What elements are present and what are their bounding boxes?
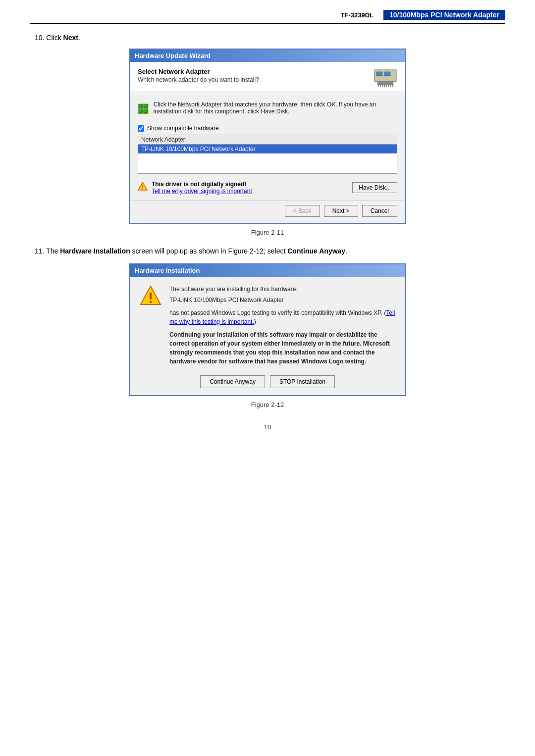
wizard1-info-box: Click the Network Adapter that matches y… — [138, 97, 397, 121]
warning-triangle-icon: ! — [138, 181, 148, 191]
back-button[interactable]: < Back — [285, 205, 320, 217]
show-compatible-label: Show compatible hardware — [147, 125, 219, 132]
stop-installation-button[interactable]: STOP Installation — [270, 375, 335, 388]
svg-rect-18 — [145, 105, 146, 107]
product-label: 10/100Mbps PCI Network Adapter — [383, 10, 505, 20]
wizard1-section-subtitle: Which network adapter do you want to ins… — [138, 76, 259, 83]
svg-rect-19 — [139, 110, 141, 112]
network-adapter-list[interactable]: Network Adapter: TP-LINK 10/100Mbps PCI … — [138, 135, 397, 174]
hw-install-warning-icon — [140, 285, 161, 308]
have-disk-button[interactable]: Have Disk... — [352, 182, 397, 193]
driver-signing-link[interactable]: Tell me why driver signing is important — [152, 188, 252, 195]
figure11-caption: Figure 2-11 — [30, 229, 505, 236]
svg-rect-24 — [150, 293, 152, 300]
list-empty-space — [138, 153, 397, 173]
svg-rect-25 — [150, 301, 152, 303]
wizard2-bold-warning: Continuing your installation of this sof… — [169, 330, 395, 366]
svg-text:!: ! — [142, 184, 144, 190]
svg-rect-17 — [139, 105, 141, 107]
svg-rect-2 — [384, 72, 390, 76]
driver-warning-row: ! This driver is not digitally signed! T… — [138, 178, 397, 196]
show-compatible-row: Show compatible hardware — [138, 125, 397, 132]
wizard1-body: Select Network Adapter Which network ada… — [130, 62, 405, 223]
page-number: 10 — [30, 423, 505, 431]
hardware-update-wizard-dialog: Hardware Update Wizard Select Network Ad… — [129, 49, 406, 224]
driver-warning-left: ! This driver is not digitally signed! T… — [138, 181, 252, 195]
step11-text: 11. The Hardware Installation screen wil… — [35, 246, 505, 256]
model-label: TF-3239DL — [341, 11, 374, 19]
wizard2-body: The software you are installing for this… — [130, 277, 405, 371]
list-selected-item[interactable]: TP-LINK 10/100Mbps PCI Network Adapter — [138, 145, 397, 153]
wizard2-line2: has not passed Windows Logo testing to v… — [169, 308, 395, 326]
continue-anyway-button[interactable]: Continue Anyway — [200, 375, 265, 388]
wizard2-titlebar: Hardware Installation — [130, 264, 405, 277]
driver-warning-text: This driver is not digitally signed! Tel… — [152, 181, 252, 195]
wizard1-content: Click the Network Adapter that matches y… — [130, 92, 405, 201]
grid-adapter-icon — [138, 101, 149, 117]
driver-warning-title: This driver is not digitally signed! — [152, 181, 252, 188]
network-adapter-icon — [374, 68, 397, 87]
wizard2-title: Hardware Installation — [135, 267, 200, 274]
wizard1-header-section: Select Network Adapter Which network ada… — [130, 62, 405, 92]
step10-text: 10. Click Next. — [35, 34, 505, 42]
wizard2-line1: The software you are installing for this… — [169, 285, 395, 294]
page-header: TF-3239DL 10/100Mbps PCI Network Adapter — [30, 10, 505, 24]
svg-rect-20 — [145, 110, 146, 112]
wizard2-product: TP-LINK 10/100Mbps PCI Network Adapter — [169, 296, 395, 304]
wizard1-titlebar: Hardware Update Wizard — [130, 50, 405, 62]
next-button[interactable]: Next > — [324, 205, 358, 217]
svg-rect-3 — [377, 82, 393, 85]
list-header: Network Adapter: — [138, 135, 397, 145]
hardware-installation-dialog: Hardware Installation The software you a… — [129, 263, 406, 396]
wizard1-section-title: Select Network Adapter — [138, 68, 259, 75]
cancel-button[interactable]: Cancel — [362, 205, 397, 217]
show-compatible-checkbox[interactable] — [138, 125, 144, 132]
svg-rect-1 — [376, 72, 382, 76]
wizard2-text: The software you are installing for this… — [169, 285, 395, 366]
wizard1-header-text: Select Network Adapter Which network ada… — [138, 68, 259, 83]
wizard1-footer: < Back Next > Cancel — [130, 201, 405, 223]
wizard2-footer: Continue Anyway STOP Installation — [130, 371, 405, 395]
wizard1-info-text: Click the Network Adapter that matches y… — [154, 101, 397, 115]
wizard1-title: Hardware Update Wizard — [135, 52, 211, 59]
figure12-caption: Figure 2-12 — [30, 401, 505, 408]
